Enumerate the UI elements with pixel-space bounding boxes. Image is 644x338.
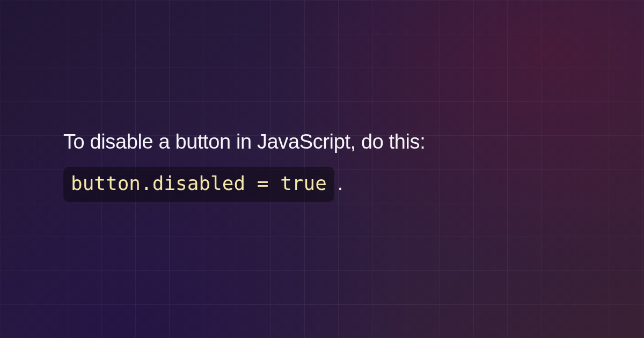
content-block: To disable a button in JavaScript, do th…: [63, 129, 601, 202]
code-line: button.disabled = true.: [63, 167, 601, 201]
heading-text: To disable a button in JavaScript, do th…: [63, 129, 601, 155]
code-snippet: button.disabled = true: [63, 167, 334, 201]
trailing-period: .: [338, 172, 343, 194]
